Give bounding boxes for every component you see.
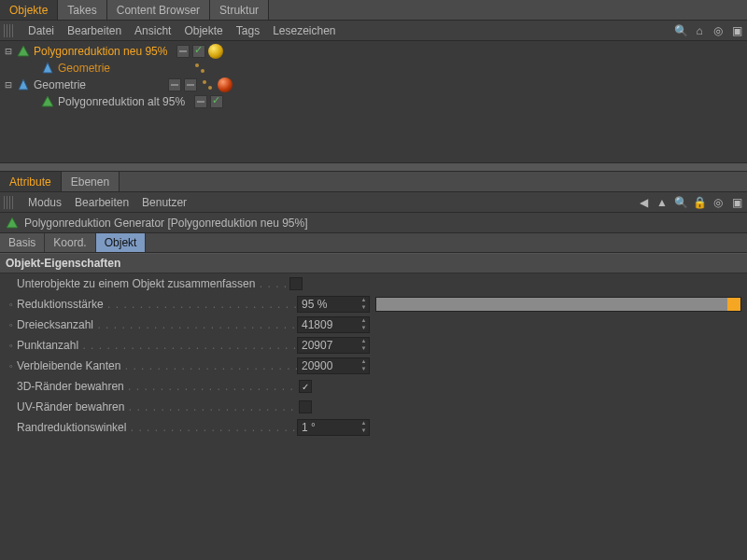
visibility-tag[interactable]	[168, 78, 181, 91]
expand-icon[interactable]: ▣	[730, 196, 743, 209]
objects-tab-bar: Objekte Takes Content Browser Struktur	[0, 0, 747, 21]
spin-up-icon[interactable]: ▲	[359, 297, 368, 304]
attribute-subtabs: Basis Koord. Objekt	[0, 233, 747, 253]
expand-toggle-icon[interactable]: ⊟	[4, 78, 13, 91]
spin-down-icon[interactable]: ▼	[359, 304, 368, 312]
home-icon[interactable]: ⌂	[693, 24, 706, 37]
merge-checkbox[interactable]	[289, 277, 303, 290]
target-icon[interactable]: ◎	[712, 196, 725, 209]
slider-handle[interactable]	[727, 298, 740, 311]
poly-icon	[40, 94, 55, 109]
subtab-objekt[interactable]: Objekt	[96, 233, 147, 252]
prop-keep3d: 3D-Ränder bewahren	[0, 376, 747, 397]
tab-attribute[interactable]: Attribute	[0, 172, 62, 191]
search-icon[interactable]: 🔍	[674, 196, 687, 209]
menu-datei[interactable]: Datei	[28, 24, 54, 37]
tree-item-label[interactable]: Geometrie	[58, 62, 189, 75]
svg-marker-3	[42, 96, 53, 106]
grip-icon[interactable]	[4, 196, 13, 209]
lock-icon[interactable]: 🔒	[693, 196, 706, 209]
keepuv-checkbox[interactable]	[299, 400, 312, 413]
spin-up-icon[interactable]: ▲	[359, 338, 368, 345]
reduction-input[interactable]: 95 %▲▼	[297, 296, 370, 313]
prop-keepuv: UV-Ränder bewahren	[0, 397, 747, 417]
spin-down-icon[interactable]: ▼	[359, 427, 368, 435]
panel-divider[interactable]	[0, 162, 747, 172]
tab-struktur[interactable]: Struktur	[210, 0, 269, 20]
menu-ansicht[interactable]: Ansicht	[134, 24, 171, 37]
spin-up-icon[interactable]: ▲	[359, 358, 368, 366]
menu-bearbeiten2[interactable]: Bearbeiten	[75, 196, 129, 209]
visibility-tag[interactable]	[176, 45, 190, 58]
keep3d-checkbox[interactable]	[299, 380, 312, 393]
tree-item-label[interactable]: Geometrie	[34, 78, 164, 91]
attribute-header: Polygonreduktion Generator [Polygonreduk…	[0, 213, 747, 233]
anim-dot-icon[interactable]: ◦	[6, 298, 17, 311]
svg-marker-0	[18, 46, 29, 56]
spin-up-icon[interactable]: ▲	[359, 317, 368, 325]
menu-modus[interactable]: Modus	[28, 196, 62, 209]
prop-label: Randreduktionswinkel	[17, 421, 297, 434]
search-icon[interactable]: 🔍	[674, 24, 687, 37]
spin-down-icon[interactable]: ▼	[359, 366, 368, 373]
menu-benutzer[interactable]: Benutzer	[142, 196, 187, 209]
eye-icon[interactable]: ◎	[712, 24, 725, 37]
menu-lesezeichen[interactable]: Lesezeichen	[273, 24, 335, 37]
subtab-koord[interactable]: Koord.	[45, 233, 95, 252]
prop-tris: ◦ Dreiecksanzahl 41809▲▼	[0, 315, 747, 335]
prop-label: Verbleibende Kanten	[17, 359, 297, 372]
tree-row[interactable]: Geometrie	[0, 60, 747, 77]
reduction-slider[interactable]	[375, 297, 741, 312]
anim-dot-icon[interactable]: ◦	[6, 339, 17, 352]
tab-takes[interactable]: Takes	[58, 0, 106, 20]
prop-label: UV-Ränder bewahren	[17, 400, 297, 413]
spin-down-icon[interactable]: ▼	[359, 345, 368, 353]
spin-up-icon[interactable]: ▲	[359, 420, 368, 427]
anim-dot-icon[interactable]: ◦	[6, 359, 17, 372]
tree-row[interactable]: ⊟Polygonreduktion neu 95%	[0, 43, 747, 60]
expand-toggle-icon[interactable]: ⊟	[4, 45, 13, 58]
prop-angle: Randreduktionswinkel 1 °▲▼	[0, 417, 747, 438]
prop-label: Dreiecksanzahl	[17, 318, 297, 331]
subtab-basis[interactable]: Basis	[0, 233, 45, 252]
menu-objekte[interactable]: Objekte	[184, 24, 222, 37]
svg-marker-1	[43, 63, 52, 73]
prop-merge: Unterobjekte zu einem Objekt zusammenfas…	[0, 273, 747, 294]
tab-objekte[interactable]: Objekte	[0, 0, 58, 20]
svg-marker-4	[7, 217, 18, 228]
tree-row[interactable]: ⊟Geometrie	[0, 77, 747, 93]
expand-icon[interactable]: ▣	[730, 24, 743, 37]
tab-ebenen[interactable]: Ebenen	[62, 172, 120, 191]
menu-tags[interactable]: Tags	[236, 24, 260, 37]
anim-dot-icon[interactable]: ◦	[6, 318, 17, 331]
tab-content-browser[interactable]: Content Browser	[107, 0, 210, 20]
attribute-title: Polygonreduktion Generator [Polygonreduk…	[24, 217, 308, 230]
tree-row[interactable]: Polygonreduktion alt 95%	[0, 93, 747, 110]
object-tree: ⊟Polygonreduktion neu 95%Geometrie⊟Geome…	[0, 41, 747, 162]
sphere-red-icon[interactable]	[218, 77, 233, 92]
tree-item-label[interactable]: Polygonreduktion alt 95%	[58, 95, 190, 108]
section-title: Objekt-Eigenschaften	[0, 253, 747, 273]
dots-icon[interactable]	[200, 77, 215, 92]
cone-icon	[40, 61, 55, 76]
prop-reduction: ◦ Reduktionsstärke 95 %▲▼	[0, 294, 747, 315]
angle-input[interactable]: 1 °▲▼	[297, 419, 370, 436]
sphere-gold-icon[interactable]	[208, 44, 223, 59]
grip-icon[interactable]	[4, 24, 13, 37]
dots-icon[interactable]	[192, 61, 207, 76]
cone-icon	[16, 77, 31, 92]
nav-back-icon[interactable]: ◀	[637, 196, 650, 209]
visibility-tag[interactable]	[192, 45, 205, 58]
nav-up-icon[interactable]: ▲	[655, 196, 669, 209]
visibility-tag[interactable]	[184, 78, 197, 91]
visibility-tag[interactable]	[194, 95, 207, 108]
edges-input[interactable]: 20900▲▼	[297, 357, 370, 374]
visibility-tag[interactable]	[210, 95, 223, 108]
poly-icon	[16, 44, 31, 59]
menu-bearbeiten[interactable]: Bearbeiten	[67, 24, 121, 37]
points-input[interactable]: 20907▲▼	[297, 337, 370, 354]
tree-item-label[interactable]: Polygonreduktion neu 95%	[34, 45, 173, 58]
spin-down-icon[interactable]: ▼	[359, 325, 368, 332]
tris-input[interactable]: 41809▲▼	[297, 316, 370, 333]
prop-label: Punktanzahl	[17, 339, 297, 352]
